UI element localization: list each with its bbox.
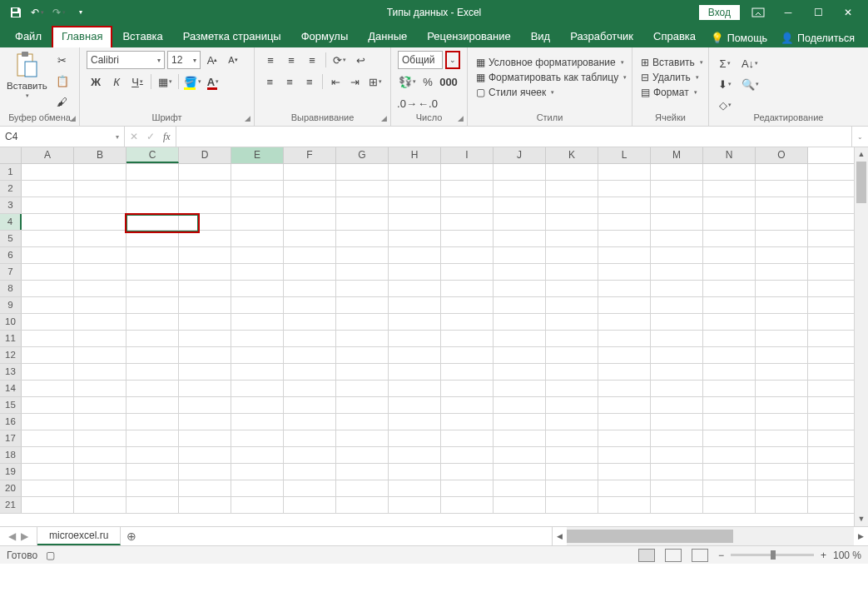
row-header[interactable]: 16 [0, 414, 22, 430]
cell[interactable] [546, 247, 598, 263]
align-right-icon[interactable]: ≡ [300, 72, 318, 91]
cell[interactable] [284, 497, 336, 513]
cell[interactable] [756, 397, 808, 413]
cell[interactable] [598, 381, 651, 396]
cell[interactable] [494, 364, 546, 380]
cell[interactable] [703, 314, 756, 330]
cell[interactable] [231, 480, 284, 496]
row-header[interactable]: 15 [0, 397, 22, 413]
cell[interactable] [651, 364, 703, 380]
cell[interactable] [494, 331, 546, 346]
cell[interactable] [231, 181, 284, 197]
expand-formula-bar-icon[interactable]: ⌄ [851, 127, 868, 147]
row-header[interactable]: 8 [0, 281, 22, 296]
cell[interactable] [74, 414, 126, 430]
cell[interactable] [231, 214, 284, 230]
dialog-launcher-icon[interactable]: ◢ [245, 114, 250, 122]
cell[interactable] [651, 464, 703, 480]
vertical-scrollbar[interactable]: ▲ ▼ [854, 147, 868, 526]
cell[interactable] [441, 197, 494, 213]
cell[interactable] [179, 231, 231, 246]
cell[interactable] [441, 164, 494, 180]
cell[interactable] [231, 430, 284, 446]
row-header[interactable]: 18 [0, 447, 22, 463]
cell[interactable] [651, 247, 703, 263]
cell[interactable] [74, 464, 126, 480]
cell[interactable] [756, 430, 808, 446]
cell[interactable] [494, 231, 546, 246]
cell[interactable] [389, 331, 441, 346]
align-center-icon[interactable]: ≡ [281, 72, 299, 91]
cell[interactable] [703, 214, 756, 230]
cell[interactable] [231, 347, 284, 363]
align-middle-icon[interactable]: ≡ [282, 51, 300, 69]
cell[interactable] [179, 247, 231, 263]
cell[interactable] [284, 480, 336, 496]
cell[interactable] [651, 480, 703, 496]
cell[interactable] [179, 414, 231, 430]
horizontal-scrollbar[interactable]: ◀ ▶ [552, 527, 868, 545]
zoom-out-icon[interactable]: − [718, 550, 724, 561]
format-cells-button[interactable]: ▤Формат▾ [639, 86, 702, 99]
ribbon-options-icon[interactable] [746, 3, 770, 22]
column-header[interactable]: E [231, 147, 284, 163]
cell[interactable] [651, 430, 703, 446]
cell[interactable] [441, 231, 494, 246]
column-header[interactable]: J [494, 147, 546, 163]
cell[interactable] [494, 480, 546, 496]
cell[interactable] [494, 397, 546, 413]
font-color-icon[interactable]: A [204, 72, 222, 91]
find-select-icon[interactable]: 🔍 [741, 75, 759, 93]
cell[interactable] [703, 414, 756, 430]
wrap-text-icon[interactable]: ↩ [351, 51, 370, 69]
tab-data[interactable]: Данные [358, 26, 417, 47]
row-header[interactable]: 7 [0, 264, 22, 280]
row-header[interactable]: 1 [0, 164, 22, 180]
cell[interactable] [756, 331, 808, 346]
cell[interactable] [179, 480, 231, 496]
cell[interactable] [284, 197, 336, 213]
cell[interactable] [546, 480, 598, 496]
cell[interactable] [441, 347, 494, 363]
cell[interactable] [703, 264, 756, 280]
cell[interactable] [74, 281, 126, 296]
cell[interactable] [389, 364, 441, 380]
cell[interactable] [126, 181, 179, 197]
column-header[interactable]: M [651, 147, 703, 163]
normal-view-icon[interactable] [638, 549, 655, 562]
cell[interactable] [546, 164, 598, 180]
cell[interactable] [598, 214, 651, 230]
cell[interactable] [22, 364, 74, 380]
row-header[interactable]: 13 [0, 364, 22, 380]
cell[interactable] [231, 447, 284, 463]
cell[interactable] [651, 281, 703, 296]
cell[interactable] [494, 381, 546, 396]
column-header[interactable]: F [284, 147, 336, 163]
cell[interactable] [651, 314, 703, 330]
cell[interactable] [231, 247, 284, 263]
cell[interactable] [389, 381, 441, 396]
cell[interactable] [598, 164, 651, 180]
cell[interactable] [703, 381, 756, 396]
cell[interactable] [598, 264, 651, 280]
cell[interactable] [336, 331, 389, 346]
cell[interactable] [336, 347, 389, 363]
formula-input[interactable] [176, 127, 851, 147]
cell[interactable] [598, 181, 651, 197]
cell[interactable] [284, 447, 336, 463]
cell[interactable] [389, 414, 441, 430]
cell[interactable] [494, 497, 546, 513]
row-header[interactable]: 9 [0, 297, 22, 313]
format-as-table-button[interactable]: ▦Форматировать как таблицу▾ [474, 71, 625, 84]
cell[interactable] [703, 464, 756, 480]
fill-icon[interactable]: ⬇ [716, 75, 734, 93]
cell[interactable] [494, 264, 546, 280]
cell[interactable] [336, 231, 389, 246]
cell[interactable] [22, 164, 74, 180]
cell[interactable] [284, 181, 336, 197]
cell[interactable] [546, 214, 598, 230]
share-button[interactable]: 👤Поделиться [781, 32, 855, 44]
scroll-thumb[interactable] [856, 162, 866, 203]
cell[interactable] [756, 480, 808, 496]
cell[interactable] [336, 197, 389, 213]
